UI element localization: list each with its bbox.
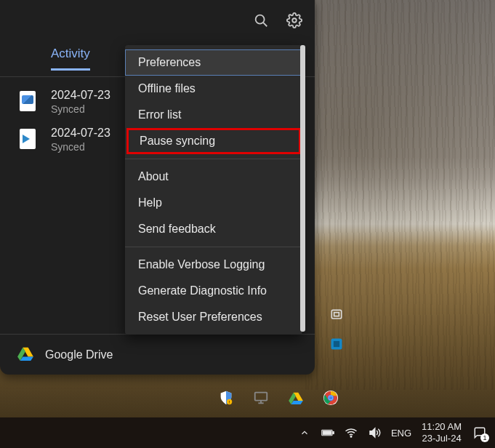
menu-item-generate-diagnostic-info[interactable]: Generate Diagnostic Info (125, 278, 302, 304)
screen-capture-icon[interactable] (329, 307, 345, 323)
file-status: Synced (51, 103, 110, 115)
clock[interactable]: 11:20 AM 23-Jul-24 (422, 421, 462, 444)
menu-separator (125, 159, 302, 159)
notifications-icon[interactable]: 1 (472, 425, 488, 441)
svg-line-1 (263, 23, 267, 26)
google-drive-logo-icon (17, 346, 33, 364)
menu-item-about[interactable]: About (125, 164, 302, 190)
menu-item-help[interactable]: Help (125, 190, 302, 216)
menu-separator (125, 247, 302, 247)
search-icon[interactable] (251, 10, 271, 31)
image-file-icon (17, 89, 38, 113)
footer-title: Google Drive (45, 348, 113, 361)
tray-flyout-vertical (326, 307, 347, 352)
monitor-icon[interactable] (251, 388, 270, 407)
volume-icon[interactable] (368, 426, 381, 439)
taskbar: ENG 11:20 AM 23-Jul-24 1 (0, 417, 495, 448)
file-status: Synced (51, 141, 110, 153)
menu-item-preferences[interactable]: Preferences (125, 49, 302, 76)
drive-header (0, 0, 315, 41)
windows-security-icon[interactable]: ! (217, 388, 236, 407)
settings-menu: PreferencesOffline filesError listPause … (125, 45, 302, 335)
notification-badge: 1 (480, 433, 489, 442)
google-drive-panel: Activity 2024-07-23 Synced 2024-07-23 Sy… (0, 0, 315, 375)
svg-rect-3 (331, 310, 341, 319)
gear-icon[interactable] (284, 10, 305, 31)
chevron-up-icon[interactable] (298, 426, 311, 439)
svg-point-0 (256, 15, 265, 24)
file-name: 2024-07-23 (51, 89, 110, 102)
battery-icon[interactable] (321, 426, 334, 439)
google-drive-tray-icon[interactable] (286, 388, 305, 407)
language-indicator[interactable]: ENG (391, 428, 411, 439)
intel-graphics-icon[interactable] (329, 336, 345, 352)
svg-point-2 (292, 18, 297, 23)
clock-time: 11:20 AM (422, 421, 462, 433)
menu-item-error-list[interactable]: Error list (125, 102, 302, 128)
tray-flyout-horizontal: ! (217, 388, 340, 407)
menu-item-send-feedback[interactable]: Send feedback (125, 216, 302, 242)
menu-item-enable-verbose-logging[interactable]: Enable Verbose Logging (125, 252, 302, 278)
file-name: 2024-07-23 (51, 127, 110, 140)
svg-point-20 (350, 436, 352, 438)
video-file-icon (17, 127, 38, 151)
svg-rect-6 (334, 341, 339, 347)
svg-rect-19 (323, 431, 331, 435)
svg-point-16 (329, 396, 333, 400)
svg-marker-21 (370, 428, 375, 437)
menu-item-reset-user-preferences[interactable]: Reset User Preferences (125, 304, 302, 330)
chrome-icon[interactable] (321, 388, 340, 407)
menu-item-pause-syncing[interactable]: Pause syncing (126, 128, 301, 154)
wifi-icon[interactable] (345, 426, 358, 439)
svg-rect-9 (255, 393, 267, 401)
drive-footer: Google Drive (0, 334, 315, 375)
tab-activity[interactable]: Activity (51, 47, 90, 71)
svg-rect-18 (333, 432, 334, 434)
svg-rect-4 (334, 313, 339, 316)
clock-date: 23-Jul-24 (422, 433, 462, 444)
menu-item-offline-files[interactable]: Offline files (125, 76, 302, 102)
